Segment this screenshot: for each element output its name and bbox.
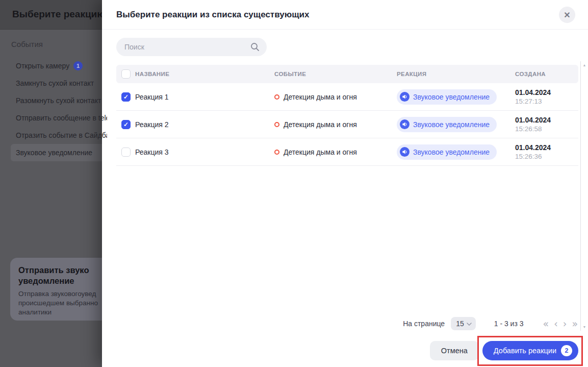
column-header-event: СОБЫТИЕ [274,71,397,77]
event-item-close-dry-contact[interactable]: Замкнуть сухой контакт [0,75,107,92]
column-header-created: СОЗДАНА [515,71,578,77]
reaction-cell: Звуковое уведомление [397,144,515,160]
event-cell: Детекция дыма и огня [274,93,397,101]
reaction-name: Реакция 2 [135,120,274,129]
column-header-name: НАЗВАНИЕ [135,71,274,77]
event-status-dot-icon [274,94,279,100]
next-page-icon[interactable]: › [563,319,567,329]
event-cell: Детекция дыма и огня [274,120,397,129]
modal-header: Выберите реакции из списка существующих … [102,0,588,30]
row-checkbox[interactable]: ✓ [121,148,131,157]
reaction-name: Реакция 3 [135,148,274,156]
created-cell: 01.04.2024 15:26:58 [515,115,578,134]
cancel-button[interactable]: Отмена [430,341,479,360]
underlay-title: Выберите реакцию [12,9,106,20]
modal-title: Выберите реакции из списка существующих [116,10,309,20]
table-row[interactable]: ✓ Реакция 2 Детекция дыма и огня Звуково… [116,111,578,138]
event-status-dot-icon [274,122,279,127]
table-row[interactable]: ✓ Реакция 1 Детекция дыма и огня Звуково… [116,83,578,111]
event-item-send-telegram[interactable]: Отправить сообщение в tele [0,109,107,127]
reaction-pill: Звуковое уведомление [397,144,497,160]
created-date: 01.04.2024 [515,88,578,97]
created-time: 15:27:13 [515,97,578,106]
search-box[interactable] [116,38,267,56]
speaker-icon [400,119,410,129]
scroll-up-icon[interactable]: ▲ [582,63,587,67]
created-date: 01.04.2024 [515,143,578,152]
reaction-cell: Звуковое уведомление [397,89,515,105]
column-header-reaction: РЕАКЦИЯ [397,71,515,77]
created-cell: 01.04.2024 15:27:13 [515,88,578,106]
event-item-sidebar-event[interactable]: Отразить событие в Сайдба [0,127,107,144]
add-reactions-button[interactable]: Добавить реакции 2 [482,341,578,360]
modal-footer: Отмена Добавить реакции 2 [430,341,578,360]
search-icon [250,42,260,52]
created-time: 15:26:36 [515,152,578,161]
created-time: 15:26:58 [515,125,578,134]
search-input[interactable] [124,43,250,51]
created-date: 01.04.2024 [515,115,578,125]
selected-count-badge: 2 [561,345,572,356]
table-row[interactable]: ✓ Реакция 3 Детекция дыма и огня Звуково… [116,138,578,166]
created-cell: 01.04.2024 15:26:36 [515,143,578,161]
row-checkbox[interactable]: ✓ [121,92,131,102]
pagination-bar: На странице 15 1 - 3 из 3 « ‹ › » [116,315,578,332]
event-item-sound-notification[interactable]: Звуковое уведомление [0,144,107,161]
close-icon: ✕ [564,10,570,20]
close-button[interactable]: ✕ [559,7,575,23]
reaction-pill: Звуковое уведомление [397,89,497,105]
reaction-name: Реакция 1 [135,93,274,101]
select-all-checkbox[interactable] [121,69,131,79]
first-page-icon[interactable]: « [543,319,549,329]
prev-page-icon[interactable]: ‹ [554,319,558,329]
events-list: Открыть камеру 1 Замкнуть сухой контакт … [0,57,107,161]
count-badge: 1 [73,61,83,70]
speaker-icon [400,92,410,102]
event-status-dot-icon [274,150,279,155]
last-page-icon[interactable]: » [572,319,578,329]
select-reactions-modal: Выберите реакции из списка существующих … [102,0,588,367]
row-checkbox[interactable]: ✓ [121,120,131,129]
per-page-label: На странице [403,320,445,328]
event-cell: Детекция дыма и огня [274,148,397,156]
events-section-label: События [11,40,43,48]
event-item-open-camera[interactable]: Открыть камеру 1 [0,57,107,75]
reactions-table: НАЗВАНИЕ СОБЫТИЕ РЕАКЦИЯ СОЗДАНА ✓ Реакц… [116,65,578,166]
reaction-pill: Звуковое уведомление [397,117,497,132]
per-page-select[interactable]: 15 [451,317,476,330]
event-item-open-dry-contact[interactable]: Разомкнуть сухой контакт [0,92,107,109]
chevron-down-icon [467,323,472,326]
table-header-row: НАЗВАНИЕ СОБЫТИЕ РЕАКЦИЯ СОЗДАНА [116,65,578,83]
vertical-scrollbar[interactable]: ▲ ▼ [580,61,587,331]
reaction-cell: Звуковое уведомление [397,117,515,132]
pagination-range: 1 - 3 из 3 [494,320,524,328]
speaker-icon [400,147,410,157]
pagination-nav: « ‹ › » [543,319,578,329]
scroll-down-icon[interactable]: ▼ [582,325,587,329]
